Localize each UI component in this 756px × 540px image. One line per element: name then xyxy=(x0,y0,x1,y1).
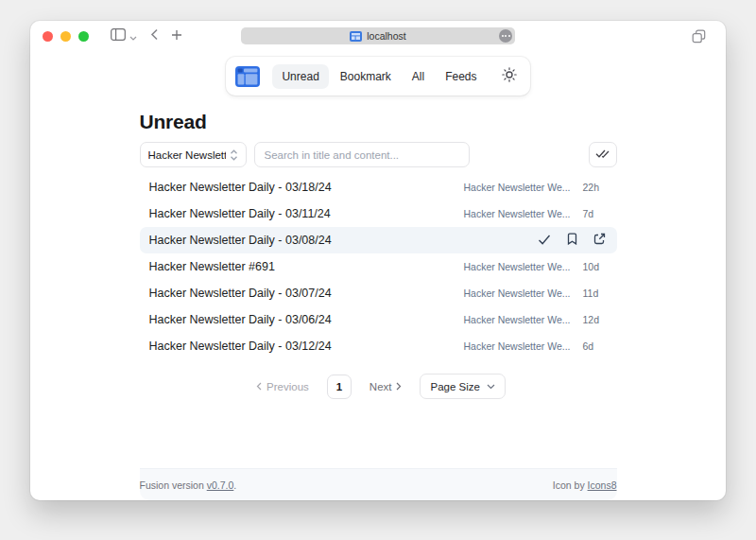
tab-unread[interactable]: Unread xyxy=(272,64,328,89)
item-feed: Hacker Newsletter We... xyxy=(463,287,570,299)
version-suffix: . xyxy=(233,479,236,491)
zoom-window-button[interactable] xyxy=(78,31,89,42)
feed-filter-value: Hacker Newsletter ... xyxy=(148,149,226,161)
chevron-down-icon xyxy=(487,384,495,390)
app-logo-icon[interactable] xyxy=(235,66,260,87)
site-favicon xyxy=(350,31,362,42)
overlapping-squares-icon xyxy=(692,29,706,46)
double-check-icon xyxy=(595,148,610,162)
chevron-left-icon xyxy=(256,381,262,392)
ellipsis-icon xyxy=(502,35,510,37)
list-item[interactable]: Hacker Newsletter Daily - 03/11/24 Hacke… xyxy=(140,200,617,227)
tab-all[interactable]: All xyxy=(403,64,434,89)
item-age: 12d xyxy=(583,314,608,325)
item-title: Hacker Newsletter Daily - 03/07/24 xyxy=(149,287,464,300)
item-title: Hacker Newsletter Daily - 03/18/24 xyxy=(149,181,464,194)
icons-credit-prefix: Icon by xyxy=(553,479,588,491)
article-list: Hacker Newsletter Daily - 03/18/24 Hacke… xyxy=(140,174,617,359)
version-text: Fusion version v0.7.0. xyxy=(140,479,237,491)
next-label: Next xyxy=(369,381,392,392)
item-feed: Hacker Newsletter We... xyxy=(463,261,570,272)
version-prefix: Fusion version xyxy=(140,479,207,491)
item-title: Hacker Newsletter Daily - 03/06/24 xyxy=(149,313,464,326)
new-tab-button[interactable] xyxy=(171,29,182,44)
check-icon xyxy=(538,234,551,248)
sidebar-icon xyxy=(111,28,126,44)
back-button[interactable] xyxy=(150,28,158,44)
list-item[interactable]: Hacker Newsletter Daily - 03/12/24 Hacke… xyxy=(140,333,617,359)
list-item-highlighted[interactable]: Hacker Newsletter Daily - 03/08/24 xyxy=(140,227,617,253)
item-title: Hacker Newsletter Daily - 03/11/24 xyxy=(149,207,464,220)
item-age: 11d xyxy=(583,287,608,299)
plus-icon xyxy=(171,29,182,44)
item-age: 10d xyxy=(583,261,608,272)
tab-feeds[interactable]: Feeds xyxy=(436,64,486,89)
minimize-window-button[interactable] xyxy=(60,31,71,42)
traffic-lights xyxy=(43,31,89,42)
item-feed: Hacker Newsletter We... xyxy=(463,314,570,325)
tab-overview-button[interactable] xyxy=(692,29,706,46)
current-page-number[interactable]: 1 xyxy=(327,375,352,399)
item-age: 6d xyxy=(583,340,608,352)
open-external-button[interactable] xyxy=(593,233,606,248)
chevron-down-icon xyxy=(129,29,137,44)
next-page-button[interactable]: Next xyxy=(364,380,408,393)
browser-window: localhost Unread Bookmark All Feeds xyxy=(30,21,726,500)
previous-page-button[interactable]: Previous xyxy=(250,380,315,393)
page-size-label: Page Size xyxy=(430,381,479,392)
item-age: 7d xyxy=(583,208,608,219)
page-size-select[interactable]: Page Size xyxy=(420,374,505,399)
item-age: 22h xyxy=(583,182,608,193)
search-input[interactable] xyxy=(254,142,470,167)
previous-label: Previous xyxy=(266,381,309,392)
icons8-link[interactable]: Icons8 xyxy=(588,479,617,491)
version-link[interactable]: v0.7.0 xyxy=(207,479,234,491)
item-actions xyxy=(538,233,608,248)
list-item[interactable]: Hacker Newsletter Daily - 03/06/24 Hacke… xyxy=(140,306,617,333)
page-content: Unread Bookmark All Feeds Unread Hacker … xyxy=(30,51,726,500)
url-host: localhost xyxy=(367,30,405,42)
chevron-left-icon xyxy=(150,28,158,44)
bookmark-button[interactable] xyxy=(567,233,577,248)
chevron-right-icon xyxy=(396,381,402,392)
feed-filter-select[interactable]: Hacker Newsletter ... xyxy=(140,142,247,167)
item-title: Hacker Newsletter Daily - 03/08/24 xyxy=(149,234,538,247)
filter-row: Hacker Newsletter ... xyxy=(140,142,617,167)
item-title: Hacker Newsletter #691 xyxy=(149,260,464,273)
sidebar-toggle-button[interactable] xyxy=(111,28,137,44)
icons-credit-text: Icon by Icons8 xyxy=(553,479,617,491)
item-feed: Hacker Newsletter We... xyxy=(463,208,570,219)
mark-all-read-button[interactable] xyxy=(589,142,617,167)
sun-icon xyxy=(502,67,517,85)
top-nav: Unread Bookmark All Feeds xyxy=(226,57,529,96)
browser-chrome: localhost xyxy=(30,21,726,51)
close-window-button[interactable] xyxy=(43,31,53,42)
tab-bookmark[interactable]: Bookmark xyxy=(331,64,401,89)
page-more-icon[interactable] xyxy=(499,29,512,43)
page-title: Unread xyxy=(140,111,617,133)
bookmark-icon xyxy=(567,233,577,248)
list-item[interactable]: Hacker Newsletter #691 Hacker Newsletter… xyxy=(140,253,617,280)
list-item[interactable]: Hacker Newsletter Daily - 03/18/24 Hacke… xyxy=(140,174,617,200)
mark-read-button[interactable] xyxy=(538,234,551,248)
item-feed: Hacker Newsletter We... xyxy=(463,340,570,352)
pagination: Previous 1 Next Page Size xyxy=(140,374,617,399)
theme-toggle-button[interactable] xyxy=(498,63,521,89)
external-link-icon xyxy=(593,233,606,248)
address-bar[interactable]: localhost xyxy=(241,27,515,44)
chevrons-up-down-icon xyxy=(230,149,238,161)
item-title: Hacker Newsletter Daily - 03/12/24 xyxy=(149,340,464,353)
app-footer: Fusion version v0.7.0. Icon by Icons8 xyxy=(140,468,617,500)
item-feed: Hacker Newsletter We... xyxy=(463,182,570,193)
list-item[interactable]: Hacker Newsletter Daily - 03/07/24 Hacke… xyxy=(140,280,617,306)
